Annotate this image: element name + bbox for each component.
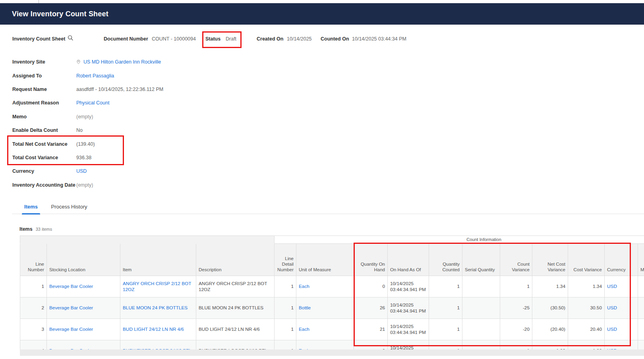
group-header-spacer (20, 236, 275, 244)
column-header-currency: Currency (605, 244, 638, 276)
detail-label: Memo (12, 114, 76, 120)
cell-counted: 1 (429, 319, 462, 340)
cell-desc: BUDWEISER LOOSE 24/12 BTL (196, 340, 275, 350)
cell-uom[interactable]: Each (296, 276, 354, 297)
detail-label: Total Net Cost Variance (12, 141, 76, 147)
detail-label: Inventory Accounting Date (12, 182, 76, 188)
cell-desc: BLUE MOON 24 PK BOTTLES (196, 297, 275, 319)
column-header-item: Item (120, 244, 196, 276)
browser-artifact-strip (0, 0, 644, 3)
cell-currency[interactable]: USD (605, 340, 638, 350)
cell-counted: 1 (429, 340, 462, 350)
cell-memo (638, 276, 644, 297)
detail-label: Enable Delta Count (12, 127, 76, 133)
cell-as_of: 10/14/2025 03:44:34.941 PM (388, 319, 429, 340)
counted-on-value: 10/14/2025 03:44:34 PM (352, 36, 406, 42)
cell-memo (638, 340, 644, 350)
items-table: Count InformationLine NumberStocking Loc… (20, 235, 644, 349)
detail-label: Adjustment Reason (12, 100, 76, 106)
cell-location[interactable]: Beverage Bar Cooler (47, 319, 120, 340)
created-on-value: 10/14/2025 (287, 36, 312, 42)
detail-row: Memo(empty) (12, 110, 314, 124)
count-information-group-header: Count Information (275, 236, 644, 244)
cell-counted: 1 (429, 297, 462, 319)
column-header-detail: Line Detail Number (275, 244, 296, 276)
object-type-label: Inventory Count Sheet (12, 36, 65, 42)
cell-location[interactable]: Beverage Bar Cooler (47, 276, 120, 297)
cell-memo (638, 297, 644, 319)
tab-process-history[interactable]: Process History (49, 201, 89, 214)
detail-row: Adjustment ReasonPhysical Count (12, 96, 314, 110)
detail-row: Inventory SiteUS MD Hilton Garden Inn Ro… (12, 55, 314, 69)
cell-currency[interactable]: USD (605, 297, 638, 319)
detail-row: Total Net Cost Variance(139.40) (12, 137, 314, 151)
page-header-bar: View Inventory Count Sheet (0, 3, 644, 25)
detail-label: Request Name (12, 87, 76, 92)
column-header-as_of: On Hand As Of (388, 244, 429, 276)
detail-value: (empty) (76, 182, 93, 188)
detail-value[interactable]: Robert Passaglia (76, 73, 114, 79)
cell-desc: ANGRY ORCH CRISP 2/12 BOT 12OZ (196, 276, 275, 297)
detail-row: Assigned ToRobert Passaglia (12, 69, 314, 82)
detail-fields: Inventory SiteUS MD Hilton Garden Inn Ro… (12, 55, 314, 192)
tab-items[interactable]: Items (22, 201, 40, 214)
detail-row: Request Nameaasdfdff - 10/14/2025, 12:22… (12, 83, 314, 96)
horizontal-scrollbar[interactable] (20, 349, 644, 356)
detail-label: Inventory Site (12, 59, 76, 65)
cell-location[interactable]: Beverage Bar Cooler (47, 297, 120, 319)
detail-row: CurrencyUSD (12, 164, 314, 178)
detail-value: (139.40) (76, 141, 95, 147)
cell-uom[interactable]: Each (296, 319, 354, 340)
detail-value[interactable]: US MD Hilton Garden Inn Rockville (76, 59, 161, 65)
cell-detail: 1 (275, 340, 296, 350)
cell-qty_on_hand: 26 (354, 297, 388, 319)
tab-items-label: Items (24, 204, 38, 210)
cell-cost_var: 20.40 (568, 319, 605, 340)
cell-cost_var: 1.09 (568, 340, 605, 350)
cell-item[interactable]: BUDWEISER LOOSE 24/12 BTL (120, 340, 196, 350)
cell-qty_on_hand: 0 (354, 276, 388, 297)
table-row: 4Beverage Bar CoolerBUDWEISER LOOSE 24/1… (20, 340, 644, 350)
cell-serial (462, 340, 500, 350)
tab-process-history-label: Process History (51, 204, 87, 210)
status-badge: Draft (226, 36, 236, 42)
created-on-label: Created On (257, 36, 283, 42)
cell-location[interactable]: Beverage Bar Cooler (47, 340, 120, 350)
column-header-counted: Quantity Counted (429, 244, 462, 276)
page-title: View Inventory Count Sheet (0, 3, 644, 25)
table-row: 3Beverage Bar CoolerBUD LIGHT 24/12 LN N… (20, 319, 644, 340)
column-header-memo: Memo (638, 244, 644, 276)
active-tab-underline (22, 213, 40, 214)
cell-serial (462, 297, 500, 319)
cell-qty_on_hand: 21 (354, 319, 388, 340)
cell-cost_var: 30.50 (568, 297, 605, 319)
cell-detail: 1 (275, 276, 296, 297)
column-header-qty_on_hand: Quantity On Hand (354, 244, 388, 276)
detail-value: (empty) (76, 114, 93, 120)
search-icon[interactable] (68, 35, 73, 41)
detail-value[interactable]: USD (76, 168, 87, 174)
items-title: Items (19, 226, 33, 232)
counted-on-label: Counted On (321, 36, 349, 42)
detail-value[interactable]: Physical Count (76, 100, 109, 106)
cell-qty_on_hand: 0 (354, 340, 388, 350)
cell-serial (462, 319, 500, 340)
table-row: 1Beverage Bar CoolerANGRY ORCH CRISP 2/1… (20, 276, 644, 297)
cell-currency[interactable]: USD (605, 276, 638, 297)
cell-uom[interactable]: Bottle (296, 297, 354, 319)
cell-counted: 1 (429, 276, 462, 297)
cell-count_var: 1 (500, 340, 532, 350)
cell-item[interactable]: ANGRY ORCH CRISP 2/12 BOT 12OZ (120, 276, 196, 297)
table-row: 2Beverage Bar CoolerBLUE MOON 24 PK BOTT… (20, 297, 644, 319)
cell-item[interactable]: BUD LIGHT 24/12 LN NR 4/6 (120, 319, 196, 340)
cell-net_cost_var: 1.34 (532, 276, 568, 297)
cell-currency[interactable]: USD (605, 319, 638, 340)
cell-item[interactable]: BLUE MOON 24 PK BOTTLES (120, 297, 196, 319)
cell-net_cost_var: 1.09 (532, 340, 568, 350)
cell-uom[interactable]: Each (296, 340, 354, 350)
status-label: Status (205, 36, 220, 42)
cell-count_var: -25 (500, 297, 532, 319)
cell-count_var: -20 (500, 319, 532, 340)
cell-memo (638, 319, 644, 340)
cell-net_cost_var: (20.40) (532, 319, 568, 340)
